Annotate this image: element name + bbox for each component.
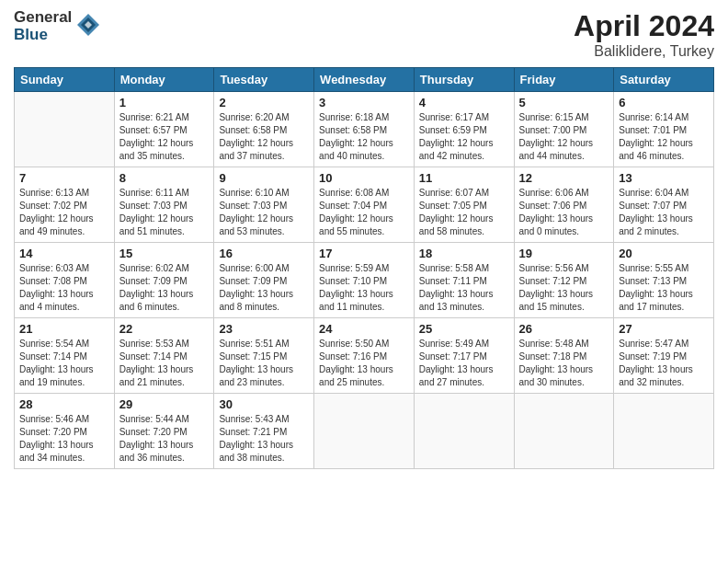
day-cell: 24Sunrise: 5:50 AM Sunset: 7:16 PM Dayli…: [314, 318, 415, 394]
day-number: 27: [619, 322, 709, 336]
day-info: Sunrise: 6:06 AM Sunset: 7:06 PM Dayligh…: [519, 187, 609, 238]
day-info: Sunrise: 5:55 AM Sunset: 7:13 PM Dayligh…: [619, 262, 709, 314]
day-info: Sunrise: 5:58 AM Sunset: 7:11 PM Dayligh…: [419, 262, 509, 314]
day-number: 18: [419, 247, 509, 260]
day-number: 6: [619, 96, 709, 109]
day-cell: 17Sunrise: 5:59 AM Sunset: 7:10 PM Dayli…: [314, 243, 415, 318]
col-sunday: Sunday: [15, 68, 115, 92]
logo-text: General Blue: [14, 9, 72, 43]
day-cell: 6Sunrise: 6:14 AM Sunset: 7:01 PM Daylig…: [614, 92, 714, 167]
day-number: 24: [319, 322, 409, 336]
day-cell: [314, 394, 415, 469]
day-number: 15: [119, 247, 210, 260]
day-number: 4: [419, 96, 509, 109]
header-row: Sunday Monday Tuesday Wednesday Thursday…: [15, 68, 714, 92]
day-info: Sunrise: 5:56 AM Sunset: 7:12 PM Dayligh…: [519, 262, 609, 314]
day-number: 20: [619, 247, 709, 260]
day-number: 13: [619, 171, 709, 185]
day-number: 2: [219, 96, 309, 109]
day-info: Sunrise: 5:50 AM Sunset: 7:16 PM Dayligh…: [319, 338, 409, 389]
day-info: Sunrise: 5:47 AM Sunset: 7:19 PM Dayligh…: [619, 338, 709, 389]
day-info: Sunrise: 6:18 AM Sunset: 6:58 PM Dayligh…: [319, 111, 409, 163]
col-thursday: Thursday: [414, 68, 514, 92]
day-number: 26: [519, 322, 609, 336]
day-number: 1: [119, 96, 210, 109]
day-info: Sunrise: 6:03 AM Sunset: 7:08 PM Dayligh…: [19, 262, 109, 314]
day-cell: [15, 92, 115, 167]
day-info: Sunrise: 6:08 AM Sunset: 7:04 PM Dayligh…: [319, 187, 409, 238]
col-monday: Monday: [114, 68, 214, 92]
day-cell: 19Sunrise: 5:56 AM Sunset: 7:12 PM Dayli…: [514, 243, 614, 318]
logo-general: General: [14, 9, 72, 27]
day-number: 30: [219, 397, 309, 411]
day-cell: 29Sunrise: 5:44 AM Sunset: 7:20 PM Dayli…: [114, 394, 214, 469]
day-info: Sunrise: 6:17 AM Sunset: 6:59 PM Dayligh…: [419, 111, 509, 163]
day-cell: 15Sunrise: 6:02 AM Sunset: 7:09 PM Dayli…: [114, 243, 214, 318]
day-cell: 3Sunrise: 6:18 AM Sunset: 6:58 PM Daylig…: [314, 92, 415, 167]
logo-icon: [75, 12, 101, 38]
day-info: Sunrise: 6:13 AM Sunset: 7:02 PM Dayligh…: [19, 187, 109, 238]
col-tuesday: Tuesday: [214, 68, 314, 92]
day-number: 5: [519, 96, 609, 109]
day-number: 8: [119, 171, 210, 185]
day-cell: 10Sunrise: 6:08 AM Sunset: 7:04 PM Dayli…: [314, 167, 415, 243]
day-number: 29: [119, 397, 210, 411]
week-row-4: 21Sunrise: 5:54 AM Sunset: 7:14 PM Dayli…: [15, 318, 714, 394]
day-number: 14: [19, 247, 109, 260]
calendar-table: Sunday Monday Tuesday Wednesday Thursday…: [14, 67, 714, 469]
month-title: April 2024: [574, 9, 714, 43]
col-wednesday: Wednesday: [314, 68, 415, 92]
day-info: Sunrise: 5:54 AM Sunset: 7:14 PM Dayligh…: [19, 338, 109, 389]
logo-blue: Blue: [14, 27, 72, 44]
day-cell: 11Sunrise: 6:07 AM Sunset: 7:05 PM Dayli…: [414, 167, 514, 243]
day-info: Sunrise: 5:44 AM Sunset: 7:20 PM Dayligh…: [119, 413, 210, 465]
day-cell: 7Sunrise: 6:13 AM Sunset: 7:02 PM Daylig…: [15, 167, 115, 243]
location-subtitle: Baliklidere, Turkey: [574, 43, 714, 60]
day-cell: 2Sunrise: 6:20 AM Sunset: 6:58 PM Daylig…: [214, 92, 314, 167]
week-row-5: 28Sunrise: 5:46 AM Sunset: 7:20 PM Dayli…: [15, 394, 714, 469]
page: General Blue April 2024 Baliklidere, Tur…: [0, 0, 728, 563]
day-cell: 8Sunrise: 6:11 AM Sunset: 7:03 PM Daylig…: [114, 167, 214, 243]
day-cell: 21Sunrise: 5:54 AM Sunset: 7:14 PM Dayli…: [15, 318, 115, 394]
day-cell: 23Sunrise: 5:51 AM Sunset: 7:15 PM Dayli…: [214, 318, 314, 394]
day-info: Sunrise: 6:20 AM Sunset: 6:58 PM Dayligh…: [219, 111, 309, 163]
day-cell: 16Sunrise: 6:00 AM Sunset: 7:09 PM Dayli…: [214, 243, 314, 318]
day-cell: 20Sunrise: 5:55 AM Sunset: 7:13 PM Dayli…: [614, 243, 714, 318]
day-cell: 4Sunrise: 6:17 AM Sunset: 6:59 PM Daylig…: [414, 92, 514, 167]
day-number: 21: [19, 322, 109, 336]
day-number: 10: [319, 171, 409, 185]
day-cell: 22Sunrise: 5:53 AM Sunset: 7:14 PM Dayli…: [114, 318, 214, 394]
logo: General Blue: [14, 9, 101, 43]
col-saturday: Saturday: [614, 68, 714, 92]
day-number: 22: [119, 322, 210, 336]
day-info: Sunrise: 6:02 AM Sunset: 7:09 PM Dayligh…: [119, 262, 210, 314]
day-info: Sunrise: 6:11 AM Sunset: 7:03 PM Dayligh…: [119, 187, 210, 238]
day-info: Sunrise: 5:46 AM Sunset: 7:20 PM Dayligh…: [19, 413, 109, 465]
day-cell: 30Sunrise: 5:43 AM Sunset: 7:21 PM Dayli…: [214, 394, 314, 469]
day-cell: [414, 394, 514, 469]
day-cell: 5Sunrise: 6:15 AM Sunset: 7:00 PM Daylig…: [514, 92, 614, 167]
day-number: 12: [519, 171, 609, 185]
week-row-2: 7Sunrise: 6:13 AM Sunset: 7:02 PM Daylig…: [15, 167, 714, 243]
day-info: Sunrise: 6:00 AM Sunset: 7:09 PM Dayligh…: [219, 262, 309, 314]
day-info: Sunrise: 6:04 AM Sunset: 7:07 PM Dayligh…: [619, 187, 709, 238]
day-number: 16: [219, 247, 309, 260]
day-cell: 18Sunrise: 5:58 AM Sunset: 7:11 PM Dayli…: [414, 243, 514, 318]
day-cell: 14Sunrise: 6:03 AM Sunset: 7:08 PM Dayli…: [15, 243, 115, 318]
calendar-body: 1Sunrise: 6:21 AM Sunset: 6:57 PM Daylig…: [15, 92, 714, 469]
day-number: 25: [419, 322, 509, 336]
day-info: Sunrise: 6:15 AM Sunset: 7:00 PM Dayligh…: [519, 111, 609, 163]
day-cell: [614, 394, 714, 469]
day-cell: 26Sunrise: 5:48 AM Sunset: 7:18 PM Dayli…: [514, 318, 614, 394]
day-info: Sunrise: 5:43 AM Sunset: 7:21 PM Dayligh…: [219, 413, 309, 465]
day-cell: 13Sunrise: 6:04 AM Sunset: 7:07 PM Dayli…: [614, 167, 714, 243]
day-info: Sunrise: 6:14 AM Sunset: 7:01 PM Dayligh…: [619, 111, 709, 163]
day-number: 28: [19, 397, 109, 411]
day-cell: 12Sunrise: 6:06 AM Sunset: 7:06 PM Dayli…: [514, 167, 614, 243]
day-info: Sunrise: 5:51 AM Sunset: 7:15 PM Dayligh…: [219, 338, 309, 389]
week-row-3: 14Sunrise: 6:03 AM Sunset: 7:08 PM Dayli…: [15, 243, 714, 318]
day-cell: 25Sunrise: 5:49 AM Sunset: 7:17 PM Dayli…: [414, 318, 514, 394]
day-info: Sunrise: 5:48 AM Sunset: 7:18 PM Dayligh…: [519, 338, 609, 389]
day-info: Sunrise: 5:49 AM Sunset: 7:17 PM Dayligh…: [419, 338, 509, 389]
day-cell: 9Sunrise: 6:10 AM Sunset: 7:03 PM Daylig…: [214, 167, 314, 243]
